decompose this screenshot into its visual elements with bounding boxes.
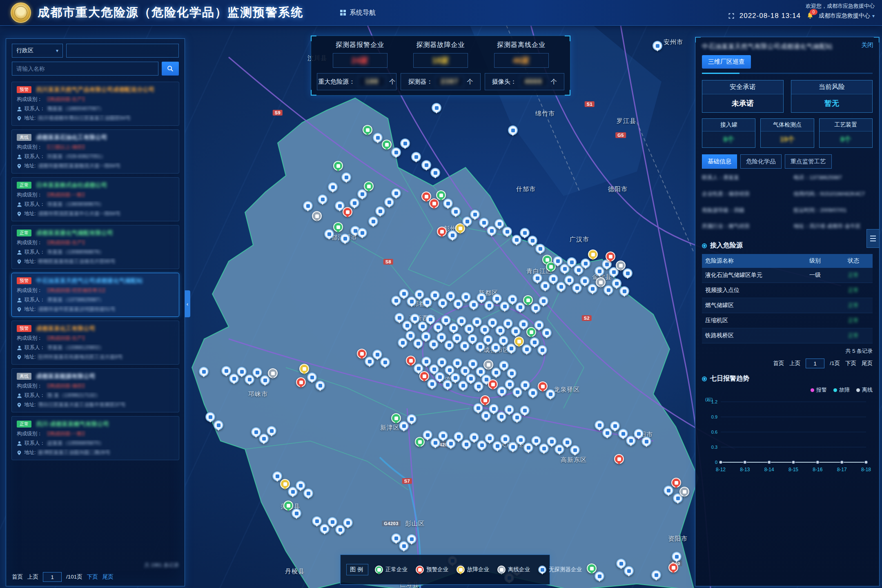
map-marker-b[interactable] bbox=[407, 296, 416, 306]
map-marker-y[interactable] bbox=[588, 249, 598, 259]
map-marker-g[interactable] bbox=[587, 564, 597, 573]
map-marker-b[interactable] bbox=[418, 321, 428, 331]
tab-0[interactable]: 基础信息 bbox=[702, 154, 737, 169]
map-marker-b[interactable] bbox=[205, 412, 215, 422]
map-marker-b[interactable] bbox=[507, 368, 517, 378]
company-card[interactable]: 正常 日本某某株式会社成都公司 构成级别：【构成四级-一般】 联系人：张某某（1… bbox=[11, 177, 179, 221]
map-marker-b[interactable] bbox=[443, 380, 452, 390]
map-marker-b[interactable] bbox=[499, 361, 509, 370]
map-marker-b[interactable] bbox=[466, 374, 476, 383]
map-marker-r[interactable] bbox=[538, 381, 548, 391]
map-marker-r[interactable] bbox=[429, 198, 439, 208]
map-marker-b[interactable] bbox=[343, 518, 353, 528]
map-marker-b[interactable] bbox=[414, 290, 424, 299]
map-marker-b[interactable] bbox=[421, 332, 431, 341]
map-marker-r[interactable] bbox=[406, 356, 416, 365]
fullscreen-icon[interactable] bbox=[728, 13, 735, 19]
map-marker-b[interactable] bbox=[623, 268, 633, 278]
map-marker-r[interactable] bbox=[343, 207, 352, 217]
map-marker-b[interactable] bbox=[672, 552, 682, 561]
map-marker-b[interactable] bbox=[229, 374, 239, 383]
map-marker-b[interactable] bbox=[534, 320, 544, 330]
trend-legend-item[interactable]: 故障 bbox=[833, 386, 850, 394]
map-marker-b[interactable] bbox=[523, 443, 533, 452]
map-marker-b[interactable] bbox=[446, 439, 456, 448]
map-marker-b[interactable] bbox=[451, 207, 461, 216]
map-marker-g[interactable] bbox=[415, 437, 425, 447]
map-marker-b[interactable] bbox=[449, 323, 459, 333]
map-marker-b[interactable] bbox=[391, 147, 401, 157]
map-marker-b[interactable] bbox=[454, 432, 463, 441]
map-marker-b[interactable] bbox=[457, 316, 466, 326]
map-marker-w[interactable] bbox=[312, 211, 322, 221]
map-marker-b[interactable] bbox=[483, 335, 493, 345]
map-marker-b[interactable] bbox=[492, 441, 502, 451]
prev-page-link[interactable]: 上页 bbox=[27, 573, 38, 581]
map-marker-b[interactable] bbox=[494, 219, 504, 229]
map-marker-b[interactable] bbox=[497, 386, 507, 396]
map-marker-y[interactable] bbox=[514, 336, 524, 346]
map-marker-g[interactable] bbox=[526, 327, 536, 337]
map-marker-b[interactable] bbox=[484, 301, 494, 310]
map-marker-b[interactable] bbox=[443, 198, 453, 208]
map-marker-b[interactable] bbox=[260, 375, 270, 385]
map-marker-b[interactable] bbox=[413, 339, 423, 348]
map-marker-b[interactable] bbox=[445, 291, 455, 301]
map-marker-b[interactable] bbox=[199, 367, 209, 376]
map-marker-b[interactable] bbox=[245, 374, 254, 384]
map-marker-b[interactable] bbox=[477, 293, 486, 303]
map-marker-b[interactable] bbox=[580, 276, 590, 286]
map-marker-b[interactable] bbox=[491, 343, 501, 352]
map-marker-b[interactable] bbox=[535, 244, 545, 254]
map-marker-b[interactable] bbox=[421, 356, 431, 366]
map-marker-b[interactable] bbox=[616, 559, 626, 568]
company-card[interactable]: 正常 成都某某液化气储配有限公司 构成级别：【构成四级-生产】 联系人：朱某某（… bbox=[11, 225, 179, 269]
map-marker-b[interactable] bbox=[380, 357, 390, 367]
table-row[interactable]: 铁路栈桥区 正常 bbox=[702, 328, 873, 343]
map-marker-r[interactable] bbox=[357, 349, 367, 359]
company-card[interactable]: 离线 成都某某能源有限公司 构成级别：【构成四级-储存】 联系人：陈 某（130… bbox=[11, 368, 179, 412]
map-marker-b[interactable] bbox=[357, 228, 367, 238]
map-marker-b[interactable] bbox=[619, 286, 629, 296]
company-card[interactable]: 正常 四川·成都某某燃气有限公司 构成级别：【构成四级-一般】 联系人：赵某某（… bbox=[11, 416, 179, 460]
map-marker-b[interactable] bbox=[453, 299, 463, 309]
map-marker-y[interactable] bbox=[280, 479, 290, 489]
map-marker-b[interactable] bbox=[500, 434, 510, 444]
map-marker-b[interactable] bbox=[473, 403, 483, 413]
map-marker-b[interactable] bbox=[259, 434, 269, 443]
map-marker-r[interactable] bbox=[296, 377, 306, 387]
map-marker-r[interactable] bbox=[421, 192, 431, 201]
map-marker-b[interactable] bbox=[468, 359, 478, 369]
map-marker-b[interactable] bbox=[452, 333, 462, 343]
map-marker-b[interactable] bbox=[555, 444, 564, 454]
map-marker-b[interactable] bbox=[564, 275, 574, 285]
map-marker-b[interactable] bbox=[618, 429, 628, 439]
map-marker-b[interactable] bbox=[508, 442, 518, 452]
map-marker-b[interactable] bbox=[421, 160, 431, 170]
map-marker-b[interactable] bbox=[516, 435, 526, 445]
map-marker-b[interactable] bbox=[391, 296, 401, 305]
map-marker-b[interactable] bbox=[489, 404, 499, 414]
map-marker-b[interactable] bbox=[505, 379, 514, 389]
map-marker-b[interactable] bbox=[341, 172, 351, 182]
map-marker-b[interactable] bbox=[588, 284, 597, 294]
map-marker-b[interactable] bbox=[391, 188, 401, 198]
map-marker-b[interactable] bbox=[581, 258, 590, 268]
map-marker-b[interactable] bbox=[452, 358, 462, 368]
table-row[interactable]: 视频接入点位 正常 bbox=[702, 283, 873, 298]
map-marker-b[interactable] bbox=[512, 387, 522, 397]
map-marker-b[interactable] bbox=[411, 152, 421, 162]
company-card[interactable]: 离线 成都某某石油化工有限公司 构成级别：【三级以上-储存】 联系人：刘某某（0… bbox=[11, 129, 179, 174]
tab-1[interactable]: 危险化学品 bbox=[740, 154, 782, 169]
map-marker-b[interactable] bbox=[324, 229, 334, 239]
map-marker-b[interactable] bbox=[634, 429, 644, 439]
map-marker-b[interactable] bbox=[303, 488, 313, 498]
map-marker-b[interactable] bbox=[610, 421, 620, 431]
last-page-link[interactable]: 尾页 bbox=[862, 360, 873, 367]
map-marker-b[interactable] bbox=[504, 405, 514, 414]
map-marker-b[interactable] bbox=[402, 321, 412, 330]
map-marker-b[interactable] bbox=[540, 281, 550, 291]
map-marker-b[interactable] bbox=[651, 570, 661, 580]
map-marker-b[interactable] bbox=[491, 368, 501, 377]
map-marker-b[interactable] bbox=[214, 420, 223, 430]
